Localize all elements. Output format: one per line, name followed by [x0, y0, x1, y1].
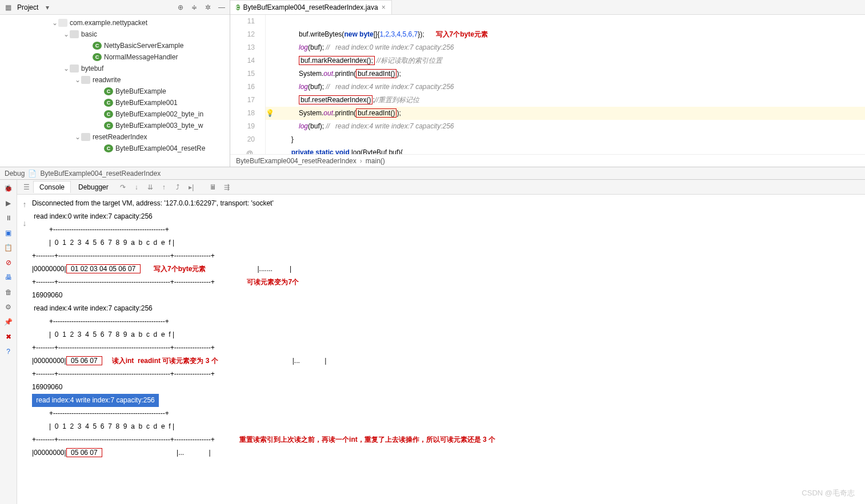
tree-item[interactable]: ⌄readwrite: [0, 74, 230, 86]
readint-box-2: buf.readInt(): [356, 108, 397, 118]
tree-item[interactable]: ⌄com.example.nettypacket: [0, 17, 230, 29]
evaluate-icon[interactable]: 🖩: [207, 182, 219, 193]
trace-icon[interactable]: ⇶: [221, 182, 233, 193]
layout-icon[interactable]: 📋: [3, 243, 14, 253]
drop-frame-icon[interactable]: ⤴: [172, 182, 183, 193]
editor-panel: C ByteBufExample004_resetReaderIndex.jav…: [230, 0, 865, 167]
mute-breakpoints-icon[interactable]: ⊘: [3, 257, 14, 268]
tab-file[interactable]: C ByteBufExample004_resetReaderIndex.jav…: [230, 0, 392, 14]
class-icon: C: [236, 5, 240, 10]
debug-header: Debug 📄 ByteBufExample004_resetReaderInd…: [0, 167, 865, 180]
gutter: 💡 11121314151617181920@: [230, 15, 266, 154]
step-into-icon[interactable]: ↓: [131, 182, 142, 193]
tree-item[interactable]: CByteBufExample003_byte_w: [0, 120, 230, 131]
project-panel: ▦ Project ▾ ⊕ ≑ ✲ — ⌄com.example.nettypa…: [0, 0, 230, 167]
watermark: CSDN @毛奇志: [802, 488, 855, 498]
scroll-up-icon[interactable]: ↑: [23, 198, 27, 211]
expand-icon[interactable]: ≑: [190, 3, 199, 12]
close-icon[interactable]: ×: [382, 3, 386, 11]
chevron-right-icon: ›: [360, 157, 362, 165]
tree-item[interactable]: CByteBufExample: [0, 86, 230, 97]
tab-label: ByteBufExample004_resetReaderIndex.java: [243, 3, 378, 11]
tree-item[interactable]: ⌄bytebuf: [0, 63, 230, 74]
debug-toolbar: 🐞 ▶ ⏸ ▣ 📋 ⊘ 🖶 🗑 ⚙ 📌 ✖ ?: [0, 180, 17, 504]
mark-reader-box: buf.markReaderIndex();: [299, 56, 375, 65]
force-step-icon[interactable]: ⇊: [145, 182, 156, 193]
editor-tabs: C ByteBufExample004_resetReaderIndex.jav…: [230, 0, 865, 15]
crumb-method[interactable]: main(): [366, 157, 385, 165]
run-to-cursor-icon[interactable]: ▸|: [186, 182, 197, 193]
code[interactable]: buf.writeBytes(new byte[]{1,2,3,4,5,6,7}…: [266, 15, 865, 154]
tree-item[interactable]: CByteBufExample002_byte_in: [0, 108, 230, 120]
debug-title: Debug: [5, 170, 25, 178]
tree-item[interactable]: CNormalMessageHandler: [0, 51, 230, 63]
run-config-name: ByteBufExample004_resetReaderIndex: [40, 170, 161, 178]
console-output[interactable]: ↑ ↓ Disconnected from the target VM, add…: [17, 195, 865, 504]
trash-icon[interactable]: 🗑: [3, 287, 14, 297]
tree-item[interactable]: CByteBufExample004_resetRe: [0, 143, 230, 154]
readint-box-1: buf.readInt(): [356, 69, 397, 78]
selected-line: read index:4 write index:7 capacity:256: [32, 394, 159, 407]
threads-icon[interactable]: ☰: [21, 182, 32, 193]
tree-item[interactable]: CNettyBasicServerExample: [0, 40, 230, 51]
project-title: Project: [17, 3, 38, 11]
step-over-icon[interactable]: ↷: [117, 182, 129, 193]
help-icon[interactable]: ?: [3, 346, 14, 357]
stop-icon[interactable]: ✖: [3, 332, 14, 342]
step-out-icon[interactable]: ↑: [158, 182, 170, 193]
scroll-down-icon[interactable]: ↓: [23, 217, 27, 230]
gear-icon[interactable]: ✲: [203, 3, 213, 12]
hex-box-3: 05 06 07: [66, 448, 102, 457]
tab-console[interactable]: Console: [33, 181, 71, 193]
tab-debugger[interactable]: Debugger: [72, 181, 115, 193]
settings-icon[interactable]: ⚙: [3, 302, 14, 312]
resume-icon[interactable]: ▶: [3, 198, 14, 208]
tree-item[interactable]: ⌄basic: [0, 29, 230, 40]
print-icon[interactable]: 🖶: [3, 272, 14, 283]
pin-icon[interactable]: 📌: [3, 317, 14, 327]
hide-icon[interactable]: —: [217, 3, 226, 12]
view-breakpoints-icon[interactable]: ▣: [3, 228, 14, 238]
dropdown-icon[interactable]: ▾: [43, 3, 52, 12]
project-icon: ▦: [3, 3, 13, 12]
console-tabs: ☰ Console Debugger ↷ ↓ ⇊ ↑ ⤴ ▸| 🖩 ⇶: [17, 180, 865, 195]
tree-item[interactable]: CByteBufExample001: [0, 97, 230, 108]
pause-icon[interactable]: ⏸: [3, 213, 14, 223]
rerun-icon[interactable]: 🐞: [3, 183, 14, 193]
crumb-class[interactable]: ByteBufExample004_resetReaderIndex: [236, 157, 357, 165]
target-icon[interactable]: ⊕: [176, 3, 185, 12]
reset-reader-box: buf.resetReaderIndex(): [299, 95, 373, 104]
run-config-icon: 📄: [28, 170, 37, 178]
tree-item[interactable]: ⌄resetReaderIndex: [0, 131, 230, 143]
breadcrumb[interactable]: ByteBufExample004_resetReaderIndex › mai…: [230, 154, 865, 167]
hex-box-1: 01 02 03 04 05 06 07: [66, 264, 141, 273]
project-header: ▦ Project ▾ ⊕ ≑ ✲ —: [0, 0, 230, 15]
hex-box-2: 05 06 07: [66, 356, 102, 365]
project-tree[interactable]: ⌄com.example.nettypacket⌄basicCNettyBasi…: [0, 15, 230, 167]
